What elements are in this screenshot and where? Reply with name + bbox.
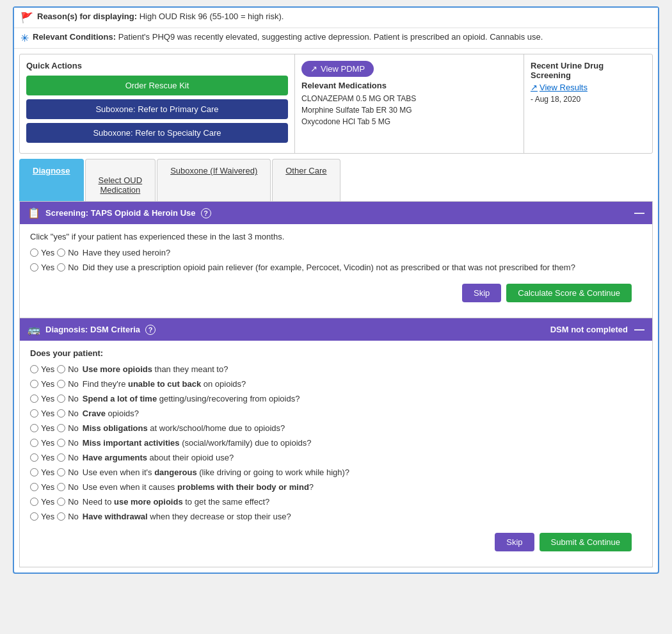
conditions-alert: ✳ Relevant Conditions: Patient's PHQ9 wa…	[14, 28, 658, 49]
taps-section: 📋 Screening: TAPS Opioid & Heroin Use ? …	[20, 202, 652, 318]
dsm-skip-button[interactable]: Skip	[495, 533, 534, 551]
dsm-q4: Yes No Crave opioids?	[30, 409, 642, 418]
urine-screening-panel: Recent Urine Drug Screening ↗ View Resul…	[524, 54, 652, 153]
dsm-q4-no[interactable]	[57, 409, 65, 418]
dsm-q6-text: Miss important activities (social/work/f…	[83, 438, 312, 448]
dsm-q7-yes[interactable]	[30, 453, 38, 462]
tabs-bar: Diagnose Select OUDMedication Suboxone (…	[19, 159, 653, 202]
dsm-q6-no[interactable]	[57, 439, 65, 447]
taps-question-1: Yes No Have they used heroin?	[30, 248, 642, 257]
dsm-header-right: DSM not completed —	[550, 325, 644, 335]
clipboard-icon: 📋	[28, 207, 40, 219]
taps-question-2: Yes No Did they use a prescription opioi…	[30, 263, 642, 272]
dsm-q4-radios: Yes No	[30, 409, 79, 418]
dsm-header: 🚌 Diagnosis: DSM Criteria ? DSM not comp…	[20, 318, 652, 341]
dsm-q1-yes[interactable]	[30, 365, 38, 373]
dsm-q7-text: Have arguments about their opioid use?	[83, 453, 234, 462]
dsm-q9: Yes No Use even when it causes problems …	[30, 482, 642, 492]
view-pdmp-button[interactable]: ↗ View PDMP	[301, 61, 374, 77]
dsm-q8-yes[interactable]	[30, 468, 38, 476]
dsm-q10-no[interactable]	[57, 498, 65, 506]
star-icon: ✳	[20, 32, 29, 44]
dsm-header-left: 🚌 Diagnosis: DSM Criteria ?	[28, 323, 156, 336]
tab-suboxone[interactable]: Suboxone (If Waivered)	[157, 159, 271, 201]
content-area: 📋 Screening: TAPS Opioid & Heroin Use ? …	[19, 202, 653, 567]
dsm-q9-yes[interactable]	[30, 483, 38, 491]
taps-instructions: Click "yes" if your patient has experien…	[30, 232, 642, 241]
quick-actions-panel: Quick Actions Order Rescue Kit Suboxone:…	[20, 54, 295, 153]
taps-q1-text: Have they used heroin?	[83, 248, 170, 257]
taps-calculate-button[interactable]: Calculate Score & Continue	[506, 284, 632, 302]
suboxone-specialty-button[interactable]: Suboxone: Refer to Specialty Care	[26, 123, 288, 143]
dsm-q10: Yes No Need to use more opioids to get t…	[30, 497, 642, 507]
dsm-q7-no[interactable]	[57, 453, 65, 462]
taps-q2-yes-label: Yes	[41, 263, 54, 272]
dsm-q11-radios: Yes No	[30, 512, 79, 521]
tab-select-oud[interactable]: Select OUDMedication	[85, 159, 156, 201]
reason-text: Reason(s) for displaying: High OUD Risk …	[37, 12, 284, 21]
dsm-q8: Yes No Use even when it's dangerous (lik…	[30, 467, 642, 477]
dsm-q6: Yes No Miss important activities (social…	[30, 438, 642, 448]
dsm-button-row: Skip Submit & Continue	[30, 526, 642, 559]
dsm-collapse-button[interactable]: —	[634, 325, 644, 335]
view-results-link[interactable]: ↗ View Results	[531, 83, 588, 92]
dsm-q8-radios: Yes No	[30, 467, 79, 477]
dsm-q3-no[interactable]	[57, 394, 65, 403]
dsm-q10-text: Need to use more opioids to get the same…	[83, 497, 269, 507]
taps-body: Click "yes" if your patient has experien…	[20, 224, 652, 318]
external-link-icon-2: ↗	[531, 83, 538, 92]
tab-other-care[interactable]: Other Care	[272, 159, 340, 201]
dsm-q8-text: Use even when it's dangerous (like drivi…	[83, 467, 349, 477]
dsm-help-button[interactable]: ?	[145, 325, 156, 335]
dsm-q3-yes[interactable]	[30, 394, 38, 403]
taps-q2-no-radio[interactable]	[57, 263, 65, 272]
dsm-q10-radios: Yes No	[30, 497, 79, 507]
dsm-q5-radios: Yes No	[30, 423, 79, 433]
dsm-q5: Yes No Miss obligations at work/school/h…	[30, 423, 642, 433]
dsm-q1-radios: Yes No	[30, 364, 79, 374]
taps-help-button[interactable]: ?	[201, 208, 211, 218]
dsm-q2-no[interactable]	[57, 380, 65, 388]
dsm-q3: Yes No Spend a lot of time getting/using…	[30, 394, 642, 403]
taps-collapse-button[interactable]: —	[634, 208, 644, 218]
dsm-q5-yes[interactable]	[30, 424, 38, 432]
taps-q1-yes-radio[interactable]	[30, 248, 38, 257]
quick-actions-title: Quick Actions	[26, 61, 288, 70]
dsm-q9-no[interactable]	[57, 483, 65, 491]
dsm-intro: Does your patient:	[30, 348, 642, 358]
dsm-q3-radios: Yes No	[30, 394, 79, 403]
dsm-q4-yes[interactable]	[30, 409, 38, 418]
dsm-q1-text: Use more opioids than they meant to?	[83, 364, 228, 374]
order-rescue-kit-button[interactable]: Order Rescue Kit	[26, 76, 288, 95]
medication-2: Morphine Sulfate Tab ER 30 MG	[301, 104, 517, 116]
dsm-q8-no[interactable]	[57, 468, 65, 476]
urine-date: - Aug 18, 2020	[531, 95, 646, 104]
dsm-q3-text: Spend a lot of time getting/using/recove…	[83, 394, 300, 403]
dsm-q6-yes[interactable]	[30, 439, 38, 447]
taps-q2-yes-radio[interactable]	[30, 263, 38, 272]
dsm-q1-no[interactable]	[57, 365, 65, 373]
flag-icon: 🚩	[20, 12, 33, 24]
medication-3: Oxycodone HCl Tab 5 MG	[301, 116, 517, 127]
taps-q1-no-radio[interactable]	[57, 248, 65, 257]
dsm-q11-yes[interactable]	[30, 512, 38, 521]
dsm-q11-text: Have withdrawal when they decrease or st…	[83, 512, 291, 521]
taps-q1-yes-label: Yes	[41, 248, 54, 257]
relevant-medications-title: Relevant Medications	[301, 81, 517, 90]
taps-header-left: 📋 Screening: TAPS Opioid & Heroin Use ?	[28, 207, 211, 219]
truck-icon: 🚌	[28, 323, 40, 336]
dsm-q5-no[interactable]	[57, 424, 65, 432]
medication-1: CLONAZEPAM 0.5 MG OR TABS	[301, 93, 517, 104]
tab-diagnose[interactable]: Diagnose	[19, 159, 84, 201]
dsm-submit-button[interactable]: Submit & Continue	[540, 533, 632, 551]
dsm-q11: Yes No Have withdrawal when they decreas…	[30, 512, 642, 521]
taps-collapse: —	[634, 208, 644, 218]
taps-skip-button[interactable]: Skip	[462, 284, 501, 302]
external-link-icon: ↗	[310, 64, 317, 74]
suboxone-primary-button[interactable]: Suboxone: Refer to Primary Care	[26, 99, 288, 119]
dsm-section: 🚌 Diagnosis: DSM Criteria ? DSM not comp…	[20, 318, 652, 567]
dsm-q11-no[interactable]	[57, 512, 65, 521]
dsm-q10-yes[interactable]	[30, 498, 38, 506]
dsm-q7: Yes No Have arguments about their opioid…	[30, 453, 642, 462]
dsm-q2-yes[interactable]	[30, 380, 38, 388]
